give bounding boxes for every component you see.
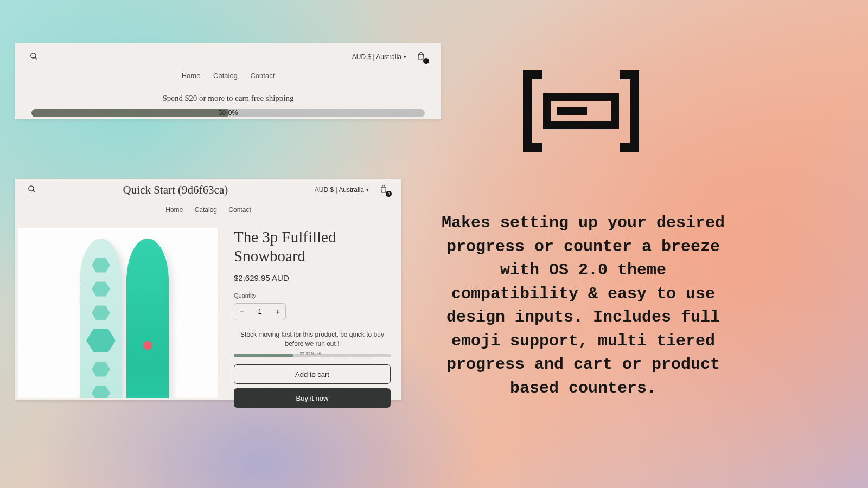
stock-progress-bar: 33.33% left [234,354,391,357]
marketing-copy: Makes setting up your desired progress o… [434,211,732,400]
pattern-icon [86,328,116,354]
shipping-progress-label: 50.0% [31,108,425,117]
chevron-down-icon: ▾ [404,54,406,60]
product-title: The 3p Fulfilled Snowboard [234,228,391,266]
pattern-icon [92,385,110,398]
buy-now-button[interactable]: Buy it now [234,388,391,408]
svg-point-0 [31,53,36,57]
product-body: The 3p Fulfilled Snowboard $2,629.95 AUD… [15,214,401,412]
quantity-stepper: − 1 + [234,303,286,320]
product-price: $2,629.95 AUD [234,273,391,282]
locale-label: AUD $ | Australia [352,53,401,61]
nav-catalog[interactable]: Catalog [213,72,238,80]
nav-home[interactable]: Home [165,206,183,214]
quantity-label: Quantity [234,292,391,299]
add-to-cart-button[interactable]: Add to cart [234,364,391,384]
nav-contact[interactable]: Contact [228,206,251,214]
svg-rect-8 [630,70,639,152]
stock-message: Stock moving fast for this product, be q… [234,330,391,349]
pattern-icon [92,361,110,377]
nav-home[interactable]: Home [182,72,201,80]
snowboard-left [80,239,122,398]
locale-label: AUD $ | Australia [315,186,364,194]
locale-selector[interactable]: AUD $ | Australia ▾ [352,53,406,61]
topbar: Quick Start (9d6f63ca) AUD $ | Australia… [15,179,401,196]
qty-decrement-button[interactable]: − [234,307,250,316]
free-shipping-message: Spend $20 or more to earn free shipping [15,94,441,103]
pattern-icon [92,305,110,321]
svg-rect-6 [523,143,542,152]
snowboard-right [126,239,169,398]
header-screenshot: AUD $ | Australia ▾ 1 Home Catalog Conta… [15,43,441,119]
topbar-right: AUD $ | Australia ▾ 1 [352,52,427,62]
pattern-icon [92,257,110,273]
locale-selector[interactable]: AUD $ | Australia ▾ [315,186,369,194]
product-image[interactable] [18,228,218,398]
qty-increment-button[interactable]: + [270,307,285,316]
topbar-right: AUD $ | Australia ▾ 0 [315,184,390,195]
app-logo-icon [523,70,639,152]
svg-point-2 [29,185,34,190]
nav-contact[interactable]: Contact [250,72,275,80]
store-name[interactable]: Quick Start (9d6f63ca) [123,183,228,197]
product-details: The 3p Fulfilled Snowboard $2,629.95 AUD… [234,228,401,412]
stock-progress-label: 33.33% left [299,351,321,356]
qty-value: 1 [250,307,270,316]
main-nav: Home Catalog Contact [15,206,401,214]
shipping-progress-bar: 50.0% [31,109,425,117]
svg-line-1 [35,57,37,59]
pattern-icon [92,281,110,297]
topbar: AUD $ | Australia ▾ 1 [15,43,441,65]
stock-progress-fill [234,354,293,357]
nav-catalog[interactable]: Catalog [195,206,217,214]
cart-count-badge: 0 [386,191,392,197]
svg-line-3 [33,190,35,191]
search-icon[interactable] [29,52,39,63]
logo-mark-icon [143,341,152,350]
product-page-screenshot: Quick Start (9d6f63ca) AUD $ | Australia… [15,179,401,400]
main-nav: Home Catalog Contact [15,72,441,80]
svg-rect-11 [557,107,587,115]
cart-icon[interactable]: 1 [416,52,427,62]
search-icon[interactable] [27,184,36,196]
svg-rect-5 [523,70,532,152]
cart-count-badge: 1 [423,58,429,64]
cart-icon[interactable]: 0 [379,184,390,195]
svg-rect-9 [620,143,639,152]
chevron-down-icon: ▾ [366,187,369,192]
